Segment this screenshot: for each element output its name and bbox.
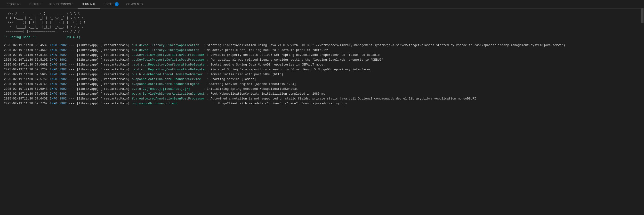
log-message: : Tomcat initialized with port 5000 (htt…	[203, 72, 283, 77]
log-thread: [libraryapp] [ restartedMain]	[77, 72, 132, 77]
tab-comments[interactable]: COMMENTS	[122, 0, 147, 9]
log-pid: 3902	[60, 53, 68, 58]
log-timestamp: 2025-02-19T11:30:57.604Z	[4, 87, 50, 92]
log-message: : Root WebApplicationContext: initializa…	[205, 92, 325, 96]
log-logger: w.s.c.ServletWebServerApplicationContext	[132, 92, 205, 96]
log-pid: 3902	[60, 62, 68, 67]
log-thread: [libraryapp] [ restartedMain]	[77, 58, 132, 62]
log-separator: ---	[69, 101, 76, 106]
tab-badge-ports: 3	[115, 2, 118, 6]
log-line: 2025-02-19T11:30:57.069Z INFO 3902 --- […	[4, 62, 640, 67]
log-thread: [libraryapp] [ restartedMain]	[77, 77, 132, 82]
log-timestamp: 2025-02-19T11:30:57.576Z	[4, 82, 50, 87]
log-separator: ---	[69, 82, 76, 87]
log-line: 2025-02-19T11:30:57.562Z INFO 3902 --- […	[4, 72, 640, 77]
log-pid: 3902	[60, 77, 68, 82]
log-pid: 3902	[60, 43, 68, 48]
log-line: 2025-02-19T11:30:57.576Z INFO 3902 --- […	[4, 82, 640, 87]
log-separator: ---	[69, 53, 76, 58]
tab-label-problems: PROBLEMS	[6, 3, 22, 6]
log-thread: [libraryapp] [ restartedMain]	[77, 92, 132, 96]
log-line: 2025-02-19T11:30:57.575Z INFO 3902 --- […	[4, 77, 640, 82]
log-message: : MongoClient with metadata {"driver": {…	[178, 101, 347, 106]
scrollbar-area[interactable]	[640, 9, 644, 215]
log-line: 2025-02-19T11:30:56.453Z INFO 3902 --- […	[4, 43, 640, 48]
log-level: INFO	[50, 101, 59, 106]
log-message: : Starting service [Tomcat]	[202, 77, 256, 82]
log-logger: .s.d.r.c.RepositoryConfigurationDelegate	[132, 67, 205, 72]
log-level: INFO	[50, 58, 59, 62]
log-thread: [libraryapp] [ restartedMain]	[77, 87, 132, 92]
log-line: 2025-02-19T11:30:56.519Z INFO 3902 --- […	[4, 58, 640, 62]
log-logger: o.apache.catalina.core.StandardEngine	[132, 82, 199, 87]
log-message: : Starting Servlet engine: [Apache Tomca…	[200, 82, 296, 87]
log-line: 2025-02-19T11:30:56.518Z INFO 3902 --- […	[4, 53, 640, 58]
log-timestamp: 2025-02-19T11:30:56.518Z	[4, 53, 50, 58]
log-thread: [libraryapp] [ restartedMain]	[77, 53, 132, 58]
log-timestamp: 2025-02-19T11:30:57.605Z	[4, 92, 50, 96]
log-level: INFO	[50, 43, 59, 48]
log-pid: 3902	[60, 72, 68, 77]
log-logger: .e.DevToolsPropertyDefaultsPostProcessor	[132, 53, 205, 58]
log-timestamp: 2025-02-19T11:30:57.562Z	[4, 72, 50, 77]
tab-debug-console[interactable]: DEBUG CONSOLE	[45, 0, 77, 9]
log-timestamp: 2025-02-19T11:30:56.456Z	[4, 48, 50, 53]
log-separator: ---	[69, 87, 76, 92]
log-line: 2025-02-19T11:30:57.776Z INFO 3902 --- […	[4, 101, 640, 106]
log-timestamp: 2025-02-19T11:30:57.069Z	[4, 62, 50, 67]
log-timestamp: 2025-02-19T11:30:57.575Z	[4, 77, 50, 82]
log-separator: ---	[69, 58, 76, 62]
log-level: INFO	[50, 67, 59, 72]
log-thread: [libraryapp] [ restartedMain]	[77, 101, 132, 106]
log-message: : Initializing Spring embedded WebApplic…	[190, 87, 298, 92]
log-line: 2025-02-19T11:30:56.456Z INFO 3902 --- […	[4, 48, 640, 53]
log-message: : Starting LibraryApplication using Java…	[200, 43, 565, 48]
log-logger: c.m.devrel.library.LibraryApplication	[132, 43, 199, 48]
log-message: : No active profile set, falling back to…	[200, 48, 329, 53]
log-lines-container: 2025-02-19T11:30:56.453Z INFO 3902 --- […	[4, 43, 640, 106]
log-thread: [libraryapp] [ restartedMain]	[77, 62, 132, 67]
log-logger: org.mongodb.driver.client	[132, 101, 178, 106]
tab-label-comments: COMMENTS	[126, 3, 143, 6]
tab-terminal[interactable]: TERMINAL	[78, 0, 100, 9]
log-level: INFO	[50, 77, 59, 82]
log-message: : Devtools property defaults active! Set…	[205, 53, 380, 58]
tab-ports[interactable]: PORTS3	[100, 0, 122, 9]
terminal-container: /\\ /___'_ __ _ _(_)_ __ __ _ \ \ \ \ ( …	[0, 9, 644, 215]
log-line: 2025-02-19T11:30:57.123Z INFO 3902 --- […	[4, 67, 640, 72]
log-message: : Finished Spring Data repository scanni…	[205, 67, 372, 72]
spring-boot-version: (v3.4.1)	[65, 36, 80, 39]
tab-bar: PROBLEMSOUTPUTDEBUG CONSOLETERMINALPORTS…	[0, 0, 644, 9]
tab-output[interactable]: OUTPUT	[26, 0, 45, 9]
log-thread: [libraryapp] [ restartedMain]	[77, 43, 132, 48]
log-logger: c.m.devrel.library.LibraryApplication	[132, 48, 199, 53]
log-separator: ---	[69, 72, 76, 77]
log-pid: 3902	[60, 67, 68, 72]
log-logger: o.a.c.C.[Tomcat].[localhost].[/]	[132, 87, 190, 92]
log-timestamp: 2025-02-19T11:30:57.640Z	[4, 96, 50, 101]
log-timestamp: 2025-02-19T11:30:56.519Z	[4, 58, 50, 62]
log-level: INFO	[50, 48, 59, 53]
log-line: 2025-02-19T11:30:57.640Z INFO 3902 --- […	[4, 96, 640, 101]
tab-label-output: OUTPUT	[29, 3, 41, 6]
spring-logo: /\\ /___'_ __ _ _(_)_ __ __ _ \ \ \ \ ( …	[4, 12, 640, 34]
log-timestamp: 2025-02-19T11:30:57.123Z	[4, 67, 50, 72]
log-thread: [libraryapp] [ restartedMain]	[77, 82, 132, 87]
spring-version-line: :: Spring Boot :: (v3.4.1)	[4, 36, 640, 39]
log-separator: ---	[69, 62, 76, 67]
log-separator: ---	[69, 92, 76, 96]
log-separator: ---	[69, 67, 76, 72]
log-level: INFO	[50, 62, 59, 67]
tab-problems[interactable]: PROBLEMS	[2, 0, 26, 9]
log-logger: o.apache.catalina.core.StandardService	[132, 77, 201, 82]
log-level: INFO	[50, 96, 59, 101]
log-pid: 3902	[60, 87, 68, 92]
log-level: INFO	[50, 72, 59, 77]
log-timestamp: 2025-02-19T11:30:57.776Z	[4, 101, 50, 106]
log-message: : Bootstrapping Spring Data MongoDB repo…	[205, 62, 325, 67]
log-logger: o.s.b.w.embedded.tomcat.TomcatWebServer	[132, 72, 203, 77]
log-level: INFO	[50, 53, 59, 58]
scrollbar-thumb[interactable]	[641, 9, 644, 23]
log-thread: [libraryapp] [ restartedMain]	[77, 48, 132, 53]
tab-label-ports: PORTS	[104, 3, 113, 6]
